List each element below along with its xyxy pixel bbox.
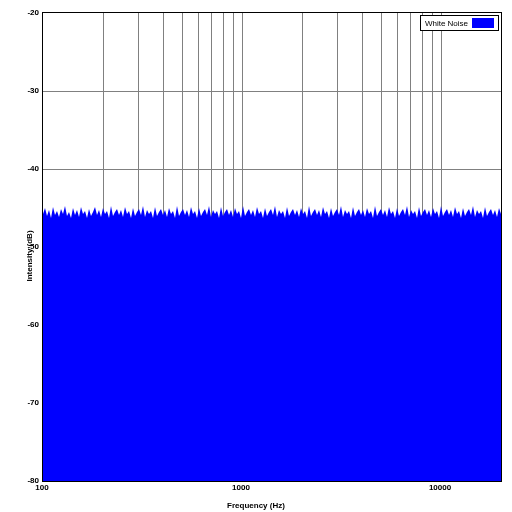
- y-tick: -40: [27, 164, 39, 173]
- legend: White Noise: [420, 15, 499, 31]
- legend-label: White Noise: [425, 19, 468, 28]
- x-tick: 100: [35, 483, 48, 492]
- x-axis-label: Frequency (Hz): [227, 501, 285, 510]
- x-tick: 1000: [232, 483, 250, 492]
- noise-peaks: [43, 204, 501, 224]
- y-tick: -70: [27, 398, 39, 407]
- plot-area: White Noise: [42, 12, 502, 482]
- x-tick: 10000: [429, 483, 451, 492]
- noise-fill: [43, 224, 501, 481]
- y-tick: -30: [27, 86, 39, 95]
- legend-swatch: [472, 18, 494, 28]
- y-tick: -20: [27, 8, 39, 17]
- y-axis-label: Intensity (dB): [25, 230, 34, 281]
- y-tick: -60: [27, 320, 39, 329]
- spectrum-chart: White Noise Intensity (dB) Frequency (Hz…: [0, 0, 512, 512]
- y-tick: -50: [27, 242, 39, 251]
